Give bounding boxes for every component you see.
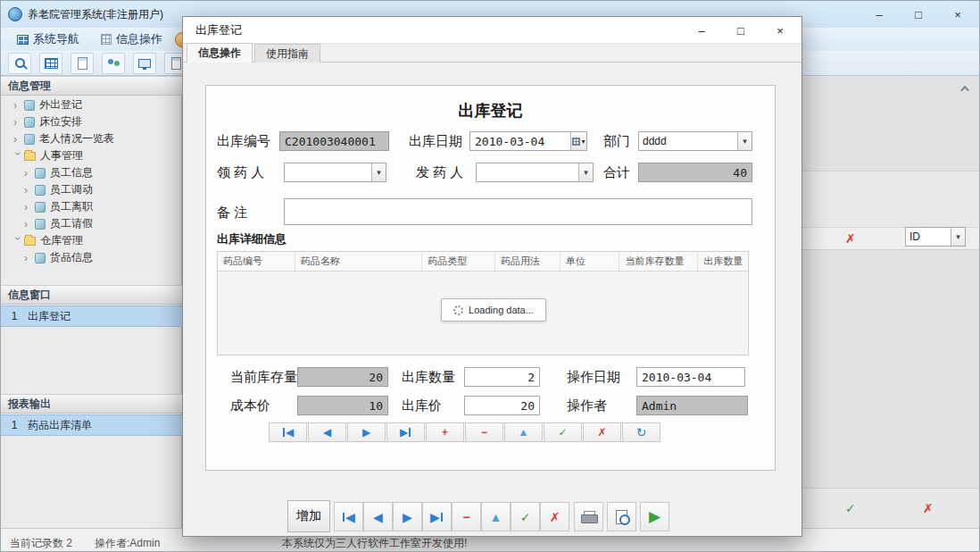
app-root: 养老院管理系统(非注册用户) – □ × 系统导航 信息操作 ✗ ID ▾ — [0, 0, 980, 552]
dialog-close-button[interactable]: × — [760, 17, 800, 44]
chevron-down-icon[interactable]: ▾ — [737, 132, 752, 150]
nav-next-button[interactable]: ▶ — [347, 422, 386, 442]
edit-icon: ▲ — [490, 510, 502, 524]
sidebar-folder-warehouse-manage[interactable]: › 仓库管理 — [1, 232, 182, 249]
nav-prior-button[interactable]: ◀ — [308, 422, 346, 442]
toolbar-table-button[interactable] — [39, 53, 62, 74]
chevron-down-icon[interactable]: ▾ — [578, 163, 593, 181]
infowindow-item-outbound-register[interactable]: 1 出库登记 — [1, 305, 182, 327]
tab-info-operation[interactable]: 信息操作 — [187, 43, 253, 63]
record-prior-button[interactable]: ◀ — [363, 502, 393, 531]
chevron-down-icon[interactable]: ▾ — [371, 163, 386, 181]
module-icon — [24, 100, 35, 111]
sidebar-item-staff-info[interactable]: › 员工信息 — [1, 164, 182, 181]
dialog-maximize-button[interactable]: □ — [721, 17, 760, 44]
ribbon-tab-system-nav[interactable]: 系统导航 — [8, 29, 88, 49]
dispenser-combobox[interactable]: ▾ — [476, 163, 594, 182]
toolbar-search-button[interactable] — [8, 53, 31, 74]
record-delete-button[interactable]: − — [452, 502, 481, 531]
nav-post-button[interactable]: ✓ — [544, 422, 582, 442]
column-header[interactable]: 出库数量 — [698, 252, 748, 271]
total-label: 合计 — [603, 164, 630, 181]
collapse-panel-button[interactable] — [956, 81, 976, 96]
out-price-input[interactable]: 20 — [464, 396, 540, 415]
nav-insert-button[interactable]: + — [426, 422, 464, 442]
sidebar-section-info-window[interactable]: 信息窗口 — [1, 285, 182, 305]
maximize-button[interactable]: □ — [899, 1, 938, 28]
sidebar-item-outgoing-register[interactable]: › 外出登记 — [1, 96, 182, 113]
column-header[interactable]: 药品类型 — [422, 252, 495, 271]
chevron-down-icon[interactable]: ▾ — [951, 228, 965, 246]
nav-last-button[interactable]: ▶ — [386, 422, 425, 442]
last-icon — [441, 513, 443, 522]
post-icon[interactable]: ✓ — [845, 501, 856, 515]
record-last-button[interactable]: ▶ — [422, 502, 452, 531]
department-label: 部门 — [603, 133, 630, 150]
op-date-input[interactable]: 2010-03-04 — [636, 367, 745, 387]
sidebar-item-staff-leave[interactable]: › 员工请假 — [1, 215, 182, 232]
first-icon — [343, 513, 345, 522]
grid-header-row: 药品编号 药品名称 药品类型 药品用法 单位 当前库存数量 出库数量 — [218, 252, 748, 272]
nav-refresh-button[interactable]: ↻ — [622, 422, 660, 442]
toolbar-monitor-button[interactable] — [133, 53, 156, 74]
column-header[interactable]: 药品用法 — [495, 252, 561, 271]
nav-first-button[interactable]: ◀ — [269, 422, 307, 442]
first-icon-arrow: ◀ — [345, 510, 355, 524]
record-next-button[interactable]: ▶ — [393, 502, 422, 531]
minimize-button[interactable]: – — [860, 1, 899, 28]
remark-input[interactable] — [284, 198, 752, 225]
form-heading: 出库登记 — [206, 100, 775, 121]
outbound-date-picker[interactable]: 2010-03-04 ▾ — [469, 131, 587, 151]
detail-grid[interactable]: 药品编号 药品名称 药品类型 药品用法 单位 当前库存数量 出库数量 Loadi… — [217, 251, 749, 355]
sidebar-item-label: 仓库管理 — [40, 233, 83, 248]
run-report-button[interactable]: ▶ — [640, 502, 669, 531]
chevron-right-icon: › — [13, 133, 22, 146]
record-post-button[interactable]: ✓ — [511, 502, 540, 531]
record-cancel-button[interactable]: ✗ — [540, 502, 569, 531]
department-value: dddd — [639, 135, 737, 147]
edit-icon: ▲ — [519, 426, 529, 439]
receiver-combobox[interactable]: ▾ — [284, 163, 386, 182]
close-button[interactable]: × — [938, 1, 977, 28]
record-first-button[interactable]: ◀ — [334, 502, 363, 531]
sidebar-item-staff-transfer[interactable]: › 员工调动 — [1, 181, 182, 198]
toolbar-document-button[interactable] — [71, 53, 94, 74]
tab-user-guide[interactable]: 使用指南 — [254, 44, 320, 63]
delete-icon: − — [481, 426, 487, 439]
department-combobox[interactable]: dddd ▾ — [638, 131, 752, 151]
column-header[interactable]: 当前库存数量 — [619, 252, 698, 271]
sidebar-section-report-output[interactable]: 报表输出 — [1, 394, 182, 414]
dialog-titlebar[interactable]: 出库登记 – □ × — [183, 17, 801, 44]
next-icon: ▶ — [403, 510, 412, 524]
column-header[interactable]: 单位 — [561, 252, 620, 271]
print-button[interactable] — [574, 502, 603, 531]
toolbar-users-button[interactable] — [102, 53, 125, 74]
ribbon-tab-info-op[interactable]: 信息操作 — [92, 29, 171, 49]
nav-cancel-button[interactable]: ✗ — [583, 422, 621, 442]
print-preview-button[interactable] — [607, 502, 636, 531]
sidebar-item-elder-overview[interactable]: › 老人情况一览表 — [1, 130, 182, 147]
calendar-dropdown-button[interactable]: ▾ — [570, 132, 586, 150]
out-qty-input[interactable]: 2 — [464, 367, 540, 387]
cancel-icon[interactable]: ✗ — [845, 231, 856, 246]
sidebar-item-goods-info[interactable]: › 货品信息 — [1, 249, 182, 266]
nav-edit-button[interactable]: ▲ — [504, 422, 543, 442]
column-header[interactable]: 药品编号 — [218, 252, 295, 271]
insert-icon: + — [442, 426, 448, 439]
sidebar-item-bed-arrange[interactable]: › 床位安排 — [1, 113, 182, 130]
nav-delete-button[interactable]: − — [465, 422, 503, 442]
next-icon: ▶ — [362, 426, 370, 439]
sidebar-section-info-manage[interactable]: 信息管理 — [1, 76, 182, 96]
first-icon — [283, 428, 285, 437]
last-icon-arrow: ▶ — [430, 510, 440, 524]
record-edit-button[interactable]: ▲ — [481, 502, 511, 531]
report-item-drug-outbound-list[interactable]: 1 药品出库清单 — [1, 414, 182, 436]
column-header[interactable]: 药品名称 — [295, 252, 423, 271]
main-window-title: 养老院管理系统(非注册用户) — [28, 7, 163, 22]
sidebar-folder-hr-manage[interactable]: › 人事管理 — [1, 147, 182, 164]
id-filter-combobox[interactable]: ID ▾ — [905, 227, 966, 247]
sidebar-item-staff-resign[interactable]: › 员工离职 — [1, 198, 182, 215]
cancel-icon[interactable]: ✗ — [923, 501, 934, 515]
add-button[interactable]: 增加 — [287, 500, 330, 532]
dialog-minimize-button[interactable]: – — [682, 17, 721, 44]
